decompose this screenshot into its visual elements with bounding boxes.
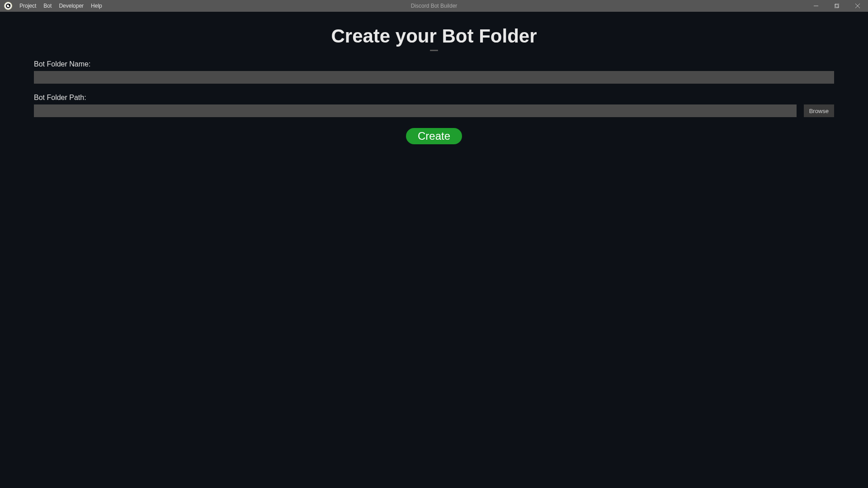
maximize-icon [835,4,839,8]
folder-name-group: Bot Folder Name: [34,60,834,84]
title-underline [430,50,438,51]
svg-rect-2 [835,4,839,7]
app-icon [4,2,12,10]
maximize-button[interactable] [826,0,847,12]
folder-name-input[interactable] [34,71,834,84]
titlebar: Project Bot Developer Help Discord Bot B… [0,0,868,12]
minimize-icon [814,4,818,8]
menu-help[interactable]: Help [87,1,106,11]
menu-project[interactable]: Project [16,1,40,11]
folder-path-label: Bot Folder Path: [34,94,834,102]
svg-rect-1 [835,5,838,8]
minimize-button[interactable] [806,0,826,12]
main-content: Create your Bot Folder Bot Folder Name: … [0,12,868,158]
page-title: Create your Bot Folder [34,25,834,47]
folder-path-group: Bot Folder Path: Browse [34,94,834,117]
folder-path-input[interactable] [34,104,797,117]
browse-button[interactable]: Browse [804,104,834,117]
close-icon [855,4,860,8]
create-button[interactable]: Create [406,128,462,144]
menu-bar: Project Bot Developer Help [16,1,106,11]
folder-name-label: Bot Folder Name: [34,60,834,68]
window-controls [806,0,868,12]
window-title: Discord Bot Builder [411,3,458,9]
close-button[interactable] [847,0,868,12]
menu-developer[interactable]: Developer [55,1,87,11]
menu-bot[interactable]: Bot [40,1,55,11]
